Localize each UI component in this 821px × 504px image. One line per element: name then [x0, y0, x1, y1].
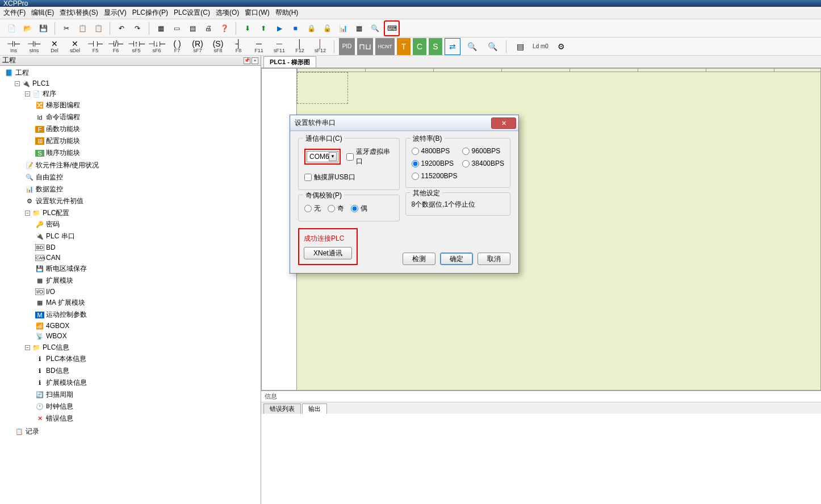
baud-4800[interactable]: 4800BPS: [412, 147, 458, 155]
dialog-titlebar[interactable]: 设置软件串口 ✕: [290, 115, 518, 131]
download-icon[interactable]: ⬇: [241, 22, 254, 35]
menu-options[interactable]: 选项(O): [216, 8, 239, 18]
pulse-btn[interactable]: ⊓⊔: [357, 38, 373, 55]
comm-settings-icon[interactable]: ⌨: [384, 20, 400, 36]
run-icon[interactable]: ▶: [273, 22, 286, 35]
menu-window[interactable]: 窗口(W): [245, 8, 269, 18]
parity-odd[interactable]: 奇: [328, 204, 344, 213]
open-icon[interactable]: 📂: [20, 22, 34, 35]
menu-plc-set[interactable]: PLC设置(C): [174, 8, 210, 18]
baud-38400[interactable]: 38400BPS: [462, 159, 504, 167]
baud-115200[interactable]: 115200BPS: [412, 172, 458, 180]
com-port-combo[interactable]: COM6 ▼: [307, 151, 338, 162]
grid2-icon[interactable]: ▤: [186, 22, 199, 35]
zoom-out-btn[interactable]: 🔍: [483, 38, 501, 55]
ok-button[interactable]: 确定: [440, 253, 473, 265]
unlock-icon[interactable]: 🔓: [320, 22, 334, 35]
menu-view[interactable]: 显示(V): [104, 8, 127, 18]
menu-plc-op[interactable]: PLC操作(P): [132, 8, 168, 18]
new-icon[interactable]: 📄: [5, 22, 18, 35]
pid-btn[interactable]: PID: [339, 38, 355, 55]
tree-freemon[interactable]: 🔍自由监控: [24, 172, 259, 183]
tree-program[interactable]: −📄程序: [24, 89, 259, 99]
baud-19200[interactable]: 19200BPS: [412, 159, 458, 167]
tree-cmd[interactable]: ld命令语编程: [34, 112, 259, 123]
tab-plc1-ladder[interactable]: PLC1 - 梯形图: [263, 56, 316, 68]
tree-plc1[interactable]: −🔌PLC1: [14, 79, 259, 88]
link-btn[interactable]: ⇄: [445, 38, 460, 55]
sf12-btn[interactable]: │sF12: [311, 38, 329, 55]
cut-icon[interactable]: ✂: [60, 22, 73, 35]
help-icon[interactable]: ❓: [217, 22, 231, 35]
tree-scan[interactable]: 🔄扫描周期: [34, 389, 259, 400]
zoom-in-btn[interactable]: 🔍: [463, 38, 481, 55]
save-icon[interactable]: 💾: [36, 22, 50, 35]
tree-io[interactable]: I/OI/O: [34, 287, 259, 296]
tree-comment[interactable]: 📝软元件注释/使用状况: [24, 160, 259, 171]
t-btn[interactable]: T: [397, 38, 410, 55]
sf11-btn[interactable]: ─sF11: [270, 38, 288, 55]
tree-plc-body[interactable]: ℹPLC本体信息: [34, 354, 259, 364]
f12-btn[interactable]: │F12: [291, 38, 309, 55]
close-button[interactable]: ✕: [491, 117, 516, 129]
redo-icon[interactable]: ↷: [131, 22, 144, 35]
tree-motion[interactable]: M运动控制参数: [34, 309, 259, 320]
undo-icon[interactable]: ↶: [115, 22, 128, 35]
tree-ladder[interactable]: 🔀梯形图编程: [34, 100, 259, 111]
tree-error[interactable]: ✕错误信息: [34, 413, 259, 424]
tree-record[interactable]: 📋记录: [14, 426, 259, 437]
f6-btn[interactable]: ⊣/⊢F6: [107, 38, 125, 55]
tree-ma-ext[interactable]: ▦MA 扩展模块: [34, 297, 259, 308]
tree-can[interactable]: CANCAN: [34, 253, 259, 262]
box-icon[interactable]: ▭: [170, 22, 183, 35]
f11-btn[interactable]: ─F11: [250, 38, 268, 55]
detect-button[interactable]: 检测: [403, 253, 435, 265]
grid-icon[interactable]: ▦: [154, 22, 167, 35]
parity-even[interactable]: 偶: [351, 204, 367, 213]
sf8-btn[interactable]: (S)sF8: [209, 38, 227, 55]
tree-config-block[interactable]: ⊞配置功能块: [34, 136, 259, 146]
tree-plc-config[interactable]: −📁PLC配置: [24, 208, 259, 219]
c-btn[interactable]: C: [413, 38, 426, 55]
tab-errors[interactable]: 错误列表: [263, 404, 301, 414]
sf5-btn[interactable]: ⊣↑⊢sF5: [127, 38, 145, 55]
stop-icon[interactable]: ■: [288, 22, 302, 35]
chevron-down-icon[interactable]: ▼: [329, 152, 337, 161]
bluetooth-checkbox[interactable]: 蓝牙虚拟串口: [346, 147, 393, 166]
tree-func[interactable]: F函数功能块: [34, 124, 259, 135]
f7-btn[interactable]: ( )F7: [168, 38, 186, 55]
print-icon[interactable]: 🖨: [202, 22, 215, 35]
pin-icon[interactable]: 📌: [244, 57, 250, 64]
table-icon[interactable]: ▦: [352, 22, 366, 35]
tree-ext[interactable]: ▦扩展模块: [34, 275, 259, 286]
ins-btn[interactable]: ⊣⊢Ins: [5, 38, 23, 55]
zoom-icon[interactable]: 🔍: [368, 22, 382, 35]
menu-file[interactable]: 文件(F): [3, 8, 26, 18]
tree-poweroff[interactable]: 💾断电区域保存: [34, 263, 259, 274]
chart-icon[interactable]: 📊: [336, 22, 350, 35]
parity-none[interactable]: 无: [304, 204, 321, 213]
usb-checkbox[interactable]: 触摸屏USB口: [304, 173, 393, 182]
s-btn[interactable]: S: [429, 38, 442, 55]
hcnt-btn[interactable]: HCNT: [375, 38, 395, 55]
tree-bd-info[interactable]: ℹBD信息: [34, 366, 259, 376]
ldm0-btn[interactable]: Ld m0: [531, 38, 550, 55]
lock-icon[interactable]: 🔒: [304, 22, 318, 35]
menu-find[interactable]: 查找\替换(S): [60, 8, 98, 18]
cancel-button[interactable]: 取消: [477, 253, 510, 265]
xnet-button[interactable]: XNet通讯: [304, 247, 352, 259]
tree-datamon[interactable]: 📊数据监控: [24, 184, 259, 195]
tree-plc-info[interactable]: −📁PLC信息: [24, 342, 259, 353]
f8-btn[interactable]: ┤F8: [229, 38, 248, 55]
menu-help[interactable]: 帮助(H): [275, 8, 299, 18]
close-icon[interactable]: ×: [252, 57, 258, 64]
sf7-btn[interactable]: (R)sF7: [189, 38, 207, 55]
tree-root[interactable]: 📘工程: [3, 68, 259, 78]
f5-btn[interactable]: ⊣ ⊢F5: [86, 38, 104, 55]
sdel-btn[interactable]: ✕sDel: [66, 38, 84, 55]
gear-btn[interactable]: ⚙: [552, 38, 570, 55]
tab-output[interactable]: 输出: [302, 404, 327, 414]
tree-4gbox[interactable]: 📶4GBOX: [34, 321, 259, 330]
tree-bd[interactable]: BDBD: [34, 243, 259, 252]
paste-icon[interactable]: 📋: [91, 22, 105, 35]
